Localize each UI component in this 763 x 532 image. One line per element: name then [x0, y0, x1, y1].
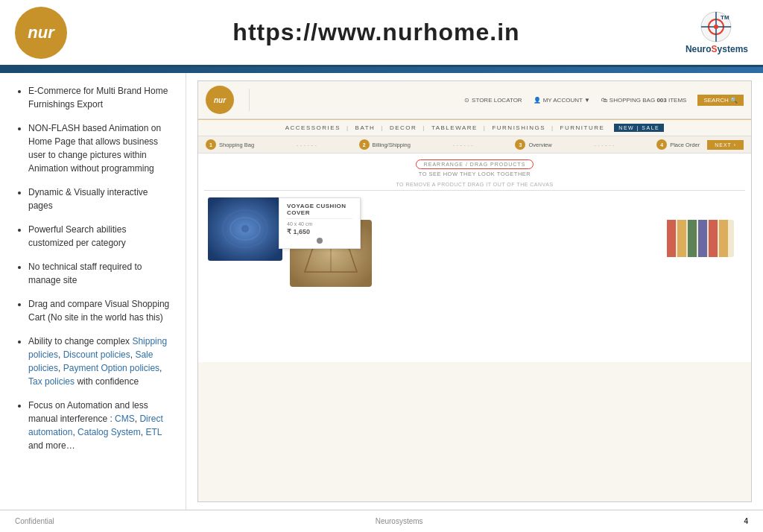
list-item: Powerful Search abilities customized per…	[28, 223, 171, 250]
step-1-number: 1	[206, 139, 216, 150]
site-divider	[198, 119, 751, 120]
logo-text: nur	[28, 23, 54, 42]
striped-pillow-svg	[667, 220, 734, 257]
tooltip-product-size: 40 x 40 cm	[287, 221, 352, 227]
step-3-label: Overview	[528, 142, 551, 148]
step-3-number: 3	[515, 139, 525, 150]
payment-policies-link[interactable]: Payment Option policies	[63, 363, 159, 373]
store-locator-label: STORE LOCATOR	[472, 97, 522, 104]
right-panel: nur ⊙ STORE LOCATOR 👤 MY ACCOUNT ▼ 🛍 SHO…	[186, 73, 763, 510]
feature-text: Ability to change complex	[28, 336, 132, 346]
cat-decor[interactable]: DECOR	[390, 124, 417, 131]
feature-text: Dynamic & Visually interactive pages	[28, 187, 148, 211]
neurosystems-label: NeuroSystems	[686, 44, 748, 54]
footer-company: Neurosystems	[376, 517, 423, 525]
cat-furniture[interactable]: FURNITURE	[560, 124, 605, 131]
canvas-instruction: REARRANGE / DRAG PRODUCTS TO SEE HOW THE…	[204, 159, 745, 177]
neurosystems-branding: TM NeuroSystems	[686, 10, 748, 54]
list-item: E-Commerce for Multi Brand Home Furnishi…	[28, 84, 171, 111]
site-logo: nur	[206, 86, 234, 114]
step-place-order: 4 Place Order	[656, 139, 700, 150]
header-accent-bar	[0, 67, 763, 73]
list-item: Focus on Automation and less manual inte…	[28, 399, 171, 452]
next-button[interactable]: NEXT ›	[707, 140, 744, 150]
feature-text: with confidence	[77, 376, 139, 387]
svg-point-9	[241, 225, 249, 232]
step-4-number: 4	[656, 139, 667, 150]
list-item: Dynamic & Visually interactive pages	[28, 186, 171, 212]
search-button[interactable]: SEARCH 🔍	[697, 95, 744, 106]
step-shopping-bag: 1 Shopping Bag	[206, 139, 254, 150]
catalog-system-link[interactable]: Catalog System	[77, 427, 141, 437]
cms-link[interactable]: CMS	[115, 414, 135, 424]
svg-text:TM: TM	[721, 14, 729, 21]
svg-rect-19	[709, 220, 718, 257]
account-label: MY ACCOUNT ▼	[543, 97, 590, 104]
store-locator-icon: ⊙	[464, 97, 469, 104]
list-item: Drag and compare Visual Shopping Cart (N…	[28, 297, 171, 324]
feature-text: No technical staff required to manage si…	[28, 262, 142, 285]
cat-accessories[interactable]: ACCESSORIES	[285, 124, 341, 131]
page-title: https://www.nurhome.in	[232, 19, 519, 46]
blue-cushion-svg	[208, 197, 282, 261]
product-canvas: REARRANGE / DRAG PRODUCTS TO SEE HOW THE…	[198, 153, 751, 362]
svg-rect-16	[677, 220, 686, 257]
logo: nur	[15, 7, 67, 59]
step-2-label: Billing/Shipping	[373, 142, 411, 148]
checkout-steps: 1 Shopping Bag - - - - - - 2 Billing/Shi…	[198, 136, 751, 153]
feature-text: and more…	[28, 440, 75, 451]
site-categories: ACCESSORIES | BATH | DECOR | TABLEWARE |…	[198, 120, 751, 136]
product-tooltip: VOYAGE CUSHION COVER 40 x 40 cm ₹ 1,650	[279, 197, 361, 249]
footer: Confidential Neurosystems 4	[0, 510, 763, 532]
tooltip-product-price: ₹ 1,650	[287, 228, 352, 235]
tax-policies-link[interactable]: Tax policies	[28, 376, 75, 387]
shopping-bag-nav[interactable]: 🛍 SHOPPING BAG 003 ITEMS	[601, 97, 687, 104]
feature-list: E-Commerce for Multi Brand Home Furnishi…	[15, 84, 171, 452]
header: nur https://www.nurhome.in TM NeuroSyste…	[0, 0, 763, 67]
site-screenshot: nur ⊙ STORE LOCATOR 👤 MY ACCOUNT ▼ 🛍 SHO…	[197, 80, 752, 502]
feature-text: Powerful Search abilities customized per…	[28, 224, 126, 248]
step-2-number: 2	[359, 139, 370, 150]
step-billing: 2 Billing/Shipping	[359, 139, 411, 150]
site-topbar: nur ⊙ STORE LOCATOR 👤 MY ACCOUNT ▼ 🛍 SHO…	[198, 81, 751, 119]
bag-icon: 🛍	[601, 97, 607, 104]
neurosystems-icon: TM	[700, 10, 733, 44]
product-image-striped-pillow[interactable]	[667, 220, 734, 257]
etl-link[interactable]: ETL	[145, 427, 162, 437]
canvas-divider	[204, 190, 745, 191]
list-item: Ability to change complex Shipping polic…	[28, 335, 171, 388]
step-4-label: Place Order	[670, 142, 700, 148]
bag-label: SHOPPING BAG 003 ITEMS	[610, 97, 687, 104]
feature-text: NON-FLASH based Animation on Home Page t…	[28, 123, 161, 174]
footer-confidential: Confidential	[15, 517, 54, 525]
tooltip-product-title: VOYAGE CUSHION COVER	[287, 203, 352, 216]
canvas-remove-instruction: TO REMOVE A PRODUCT DRAG IT OUT OF THE C…	[204, 182, 745, 187]
rearrange-label: REARRANGE / DRAG PRODUCTS	[416, 159, 534, 169]
site-logo-text: nur	[214, 96, 226, 104]
tooltip-dot	[317, 238, 323, 244]
products-area: VOYAGE CUSHION COVER 40 x 40 cm ₹ 1,650	[204, 194, 745, 291]
canvas-sub-instruction: TO SEE HOW THEY LOOK TOGETHER	[204, 171, 745, 177]
site-nav: ⊙ STORE LOCATOR 👤 MY ACCOUNT ▼ 🛍 SHOPPIN…	[265, 95, 744, 106]
svg-point-4	[714, 25, 718, 29]
new-sale-badge[interactable]: NEW | SALE	[614, 124, 664, 132]
my-account-nav[interactable]: 👤 MY ACCOUNT ▼	[534, 97, 590, 104]
cat-tableware[interactable]: TABLEWARE	[431, 124, 478, 131]
svg-rect-15	[667, 220, 676, 257]
svg-rect-18	[698, 220, 707, 257]
step-1-label: Shopping Bag	[219, 142, 254, 148]
discount-policies-link[interactable]: Discount policies	[63, 349, 130, 360]
footer-page-number: 4	[744, 517, 748, 525]
list-item: No technical staff required to manage si…	[28, 260, 171, 287]
step-overview: 3 Overview	[515, 139, 551, 150]
feature-text: E-Commerce for Multi Brand Home Furnishi…	[28, 86, 168, 110]
main-content: E-Commerce for Multi Brand Home Furnishi…	[0, 73, 763, 510]
account-icon: 👤	[534, 97, 541, 104]
svg-rect-20	[719, 220, 728, 257]
cat-furnishings[interactable]: FURNISHINGS	[492, 124, 545, 131]
svg-rect-17	[688, 220, 697, 257]
feature-text: Drag and compare Visual Shopping Cart (N…	[28, 299, 169, 323]
cat-bath[interactable]: BATH	[355, 124, 376, 131]
product-image-blue-cushion[interactable]	[208, 197, 282, 261]
list-item: NON-FLASH based Animation on Home Page t…	[28, 121, 171, 175]
